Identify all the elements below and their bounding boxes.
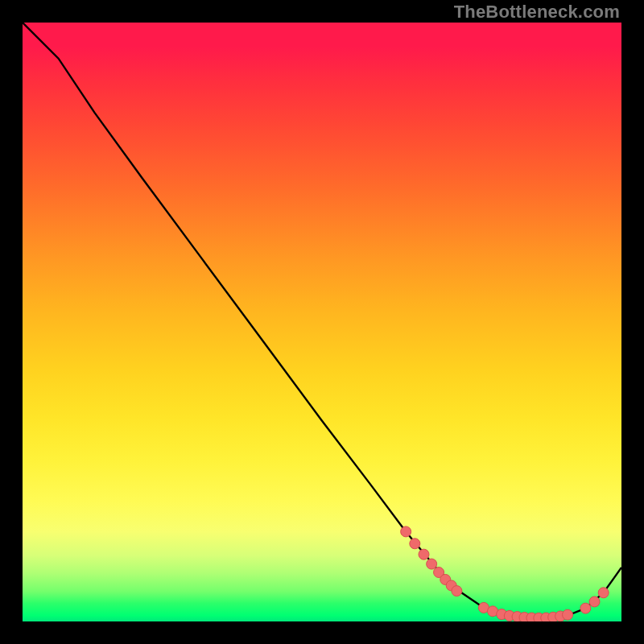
bottleneck-curve: [23, 23, 621, 618]
chart-frame: TheBottleneck.com: [0, 0, 644, 644]
curve-marker: [401, 526, 411, 537]
curve-marker: [427, 559, 437, 569]
curve-marker: [598, 588, 609, 598]
curve-marker: [589, 597, 600, 607]
curve-markers: [401, 526, 609, 621]
curve-svg: [23, 23, 621, 621]
curve-marker: [580, 603, 591, 613]
curve-marker: [419, 549, 429, 559]
curve-marker: [410, 539, 420, 549]
curve-marker: [563, 609, 573, 620]
plot-area: [23, 23, 621, 621]
curve-marker: [452, 586, 462, 597]
watermark-text: TheBottleneck.com: [454, 2, 620, 23]
